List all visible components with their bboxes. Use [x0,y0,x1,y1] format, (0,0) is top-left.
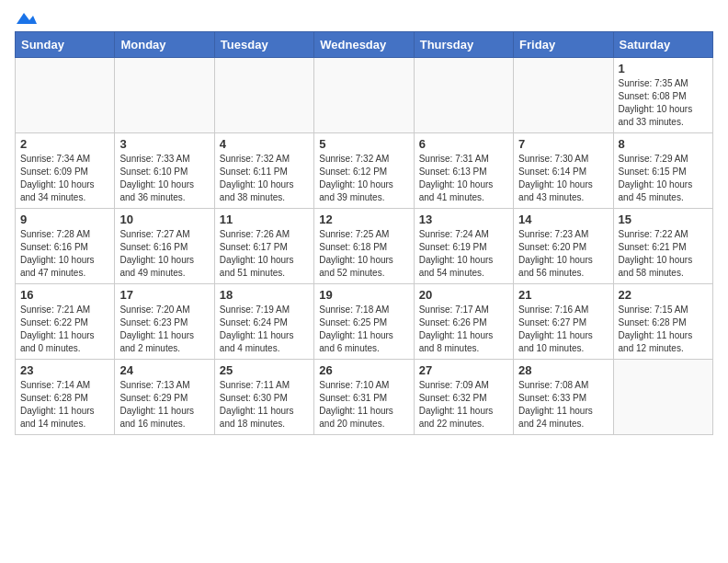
calendar-cell: 16Sunrise: 7:21 AM Sunset: 6:22 PM Dayli… [16,284,115,360]
day-number: 22 [619,288,708,302]
calendar-cell: 20Sunrise: 7:17 AM Sunset: 6:26 PM Dayli… [414,284,513,360]
day-info: Sunrise: 7:13 AM Sunset: 6:29 PM Dayligh… [119,379,209,431]
calendar-cell: 10Sunrise: 7:27 AM Sunset: 6:16 PM Dayli… [115,209,214,284]
calendar-cell: 6Sunrise: 7:31 AM Sunset: 6:13 PM Daylig… [414,133,513,209]
day-number: 12 [319,213,408,226]
calendar-cell: 25Sunrise: 7:11 AM Sunset: 6:30 PM Dayli… [214,360,313,435]
calendar-cell: 9Sunrise: 7:28 AM Sunset: 6:16 PM Daylig… [16,209,115,284]
calendar-cell: 15Sunrise: 7:22 AM Sunset: 6:21 PM Dayli… [613,209,712,284]
week-row-1: 2Sunrise: 7:34 AM Sunset: 6:09 PM Daylig… [16,133,713,209]
day-info: Sunrise: 7:32 AM Sunset: 6:12 PM Dayligh… [319,153,408,204]
day-number: 26 [319,363,408,377]
day-info: Sunrise: 7:17 AM Sunset: 6:26 PM Dayligh… [419,304,508,355]
day-info: Sunrise: 7:09 AM Sunset: 6:32 PM Dayligh… [419,379,508,431]
calendar-cell [613,360,712,435]
header-monday: Monday [115,32,214,58]
day-number: 9 [20,213,109,226]
calendar-cell: 28Sunrise: 7:08 AM Sunset: 6:33 PM Dayli… [514,360,613,435]
day-number: 24 [119,363,209,377]
day-info: Sunrise: 7:34 AM Sunset: 6:09 PM Dayligh… [20,153,109,204]
calendar-cell: 5Sunrise: 7:32 AM Sunset: 6:12 PM Daylig… [314,133,414,209]
calendar-cell: 4Sunrise: 7:32 AM Sunset: 6:11 PM Daylig… [214,133,313,209]
calendar-cell [214,58,313,133]
day-number: 7 [518,137,608,151]
header-tuesday: Tuesday [214,32,313,58]
day-number: 25 [220,363,309,377]
day-number: 3 [119,137,209,151]
day-number: 4 [220,137,309,151]
day-number: 23 [20,363,109,377]
header-thursday: Thursday [414,32,513,58]
header-saturday: Saturday [613,32,712,58]
day-number: 6 [419,137,508,151]
calendar-cell: 13Sunrise: 7:24 AM Sunset: 6:19 PM Dayli… [414,209,513,284]
page-header [15,15,713,20]
day-info: Sunrise: 7:27 AM Sunset: 6:16 PM Dayligh… [119,228,209,280]
day-number: 20 [419,288,508,302]
header-friday: Friday [514,32,613,58]
calendar-cell: 8Sunrise: 7:29 AM Sunset: 6:15 PM Daylig… [613,133,712,209]
day-info: Sunrise: 7:22 AM Sunset: 6:21 PM Dayligh… [619,228,708,280]
day-number: 13 [419,213,508,226]
calendar-cell: 11Sunrise: 7:26 AM Sunset: 6:17 PM Dayli… [214,209,313,284]
day-number: 18 [220,288,309,302]
calendar-cell: 21Sunrise: 7:16 AM Sunset: 6:27 PM Dayli… [514,284,613,360]
day-info: Sunrise: 7:11 AM Sunset: 6:30 PM Dayligh… [220,379,309,431]
day-info: Sunrise: 7:32 AM Sunset: 6:11 PM Dayligh… [220,153,309,204]
calendar-cell: 7Sunrise: 7:30 AM Sunset: 6:14 PM Daylig… [514,133,613,209]
calendar-cell [514,58,613,133]
day-number: 5 [319,137,408,151]
day-number: 28 [518,363,608,377]
calendar-cell: 23Sunrise: 7:14 AM Sunset: 6:28 PM Dayli… [16,360,115,435]
calendar-cell: 2Sunrise: 7:34 AM Sunset: 6:09 PM Daylig… [16,133,115,209]
calendar-cell: 27Sunrise: 7:09 AM Sunset: 6:32 PM Dayli… [414,360,513,435]
calendar-cell: 3Sunrise: 7:33 AM Sunset: 6:10 PM Daylig… [115,133,214,209]
day-info: Sunrise: 7:26 AM Sunset: 6:17 PM Dayligh… [220,228,309,280]
calendar-cell: 12Sunrise: 7:25 AM Sunset: 6:18 PM Dayli… [314,209,414,284]
day-number: 11 [220,213,309,226]
calendar-cell [414,58,513,133]
day-info: Sunrise: 7:19 AM Sunset: 6:24 PM Dayligh… [220,304,309,355]
header-wednesday: Wednesday [314,32,414,58]
day-info: Sunrise: 7:31 AM Sunset: 6:13 PM Dayligh… [419,153,508,204]
day-number: 10 [119,213,209,226]
day-info: Sunrise: 7:25 AM Sunset: 6:18 PM Dayligh… [319,228,408,280]
calendar-cell [314,58,414,133]
logo [15,15,37,20]
day-info: Sunrise: 7:10 AM Sunset: 6:31 PM Dayligh… [319,379,408,431]
calendar-cell: 18Sunrise: 7:19 AM Sunset: 6:24 PM Dayli… [214,284,313,360]
calendar-cell: 17Sunrise: 7:20 AM Sunset: 6:23 PM Dayli… [115,284,214,360]
calendar-cell [115,58,214,133]
day-number: 17 [119,288,209,302]
day-info: Sunrise: 7:18 AM Sunset: 6:25 PM Dayligh… [319,304,408,355]
header-sunday: Sunday [16,32,115,58]
day-number: 16 [20,288,109,302]
week-row-3: 16Sunrise: 7:21 AM Sunset: 6:22 PM Dayli… [16,284,713,360]
day-number: 2 [20,137,109,151]
day-info: Sunrise: 7:28 AM Sunset: 6:16 PM Dayligh… [20,228,109,280]
day-info: Sunrise: 7:20 AM Sunset: 6:23 PM Dayligh… [119,304,209,355]
week-row-0: 1Sunrise: 7:35 AM Sunset: 6:08 PM Daylig… [16,58,713,133]
day-number: 1 [619,62,708,75]
day-info: Sunrise: 7:21 AM Sunset: 6:22 PM Dayligh… [20,304,109,355]
day-info: Sunrise: 7:24 AM Sunset: 6:19 PM Dayligh… [419,228,508,280]
calendar-cell: 24Sunrise: 7:13 AM Sunset: 6:29 PM Dayli… [115,360,214,435]
day-info: Sunrise: 7:30 AM Sunset: 6:14 PM Dayligh… [518,153,608,204]
day-number: 27 [419,363,508,377]
day-info: Sunrise: 7:16 AM Sunset: 6:27 PM Dayligh… [518,304,608,355]
week-row-2: 9Sunrise: 7:28 AM Sunset: 6:16 PM Daylig… [16,209,713,284]
logo-icon [17,11,37,26]
day-info: Sunrise: 7:15 AM Sunset: 6:28 PM Dayligh… [619,304,708,355]
day-info: Sunrise: 7:35 AM Sunset: 6:08 PM Dayligh… [619,77,708,129]
calendar-cell: 26Sunrise: 7:10 AM Sunset: 6:31 PM Dayli… [314,360,414,435]
calendar-cell: 22Sunrise: 7:15 AM Sunset: 6:28 PM Dayli… [613,284,712,360]
day-number: 8 [619,137,708,151]
day-info: Sunrise: 7:33 AM Sunset: 6:10 PM Dayligh… [119,153,209,204]
calendar-table: SundayMondayTuesdayWednesdayThursdayFrid… [15,31,713,435]
week-row-4: 23Sunrise: 7:14 AM Sunset: 6:28 PM Dayli… [16,360,713,435]
calendar-cell [16,58,115,133]
day-number: 15 [619,213,708,226]
calendar-cell: 1Sunrise: 7:35 AM Sunset: 6:08 PM Daylig… [613,58,712,133]
day-info: Sunrise: 7:23 AM Sunset: 6:20 PM Dayligh… [518,228,608,280]
day-number: 14 [518,213,608,226]
